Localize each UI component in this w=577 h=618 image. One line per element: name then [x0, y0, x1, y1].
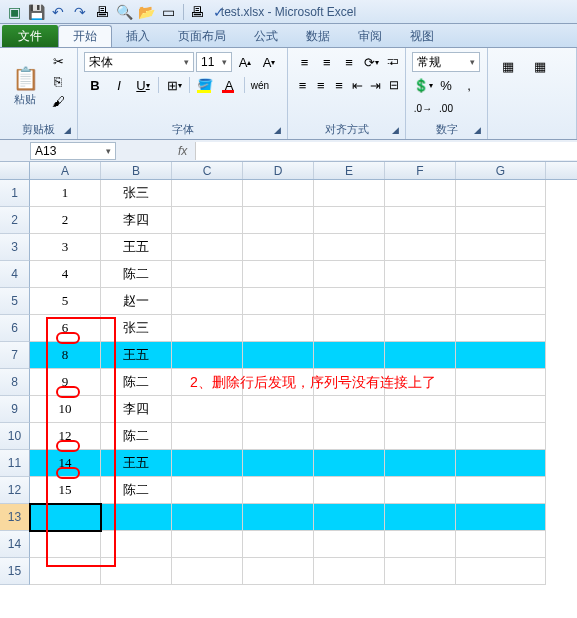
cell-G10[interactable] [456, 423, 546, 450]
tab-data[interactable]: 数据 [292, 25, 344, 47]
cell-G9[interactable] [456, 396, 546, 423]
row-header[interactable]: 7 [0, 342, 30, 369]
row-header[interactable]: 8 [0, 369, 30, 396]
row-header[interactable]: 5 [0, 288, 30, 315]
cell-G3[interactable] [456, 234, 546, 261]
increase-decimal-button[interactable]: .0→ [412, 98, 434, 118]
cell-F7[interactable] [385, 342, 456, 369]
wrap-text-button[interactable]: ⮒ [387, 52, 399, 72]
cell-C2[interactable] [172, 207, 243, 234]
phonetic-button[interactable]: wén [249, 75, 271, 95]
tab-page-layout[interactable]: 页面布局 [164, 25, 240, 47]
cell-C7[interactable] [172, 342, 243, 369]
number-launcher-icon[interactable]: ◢ [471, 125, 483, 137]
column-header-A[interactable]: A [30, 162, 101, 179]
cell-C5[interactable] [172, 288, 243, 315]
cell-B4[interactable]: 陈二 [101, 261, 172, 288]
bold-button[interactable]: B [84, 75, 106, 95]
cell-C15[interactable] [172, 558, 243, 585]
cell-A5[interactable]: 5 [30, 288, 101, 315]
cell-E10[interactable] [314, 423, 385, 450]
tab-view[interactable]: 视图 [396, 25, 448, 47]
tab-home[interactable]: 开始 [58, 25, 112, 47]
underline-button[interactable]: U▾ [132, 75, 154, 95]
cell-B14[interactable] [101, 531, 172, 558]
cell-D9[interactable] [243, 396, 314, 423]
cell-G7[interactable] [456, 342, 546, 369]
cell-B9[interactable]: 李四 [101, 396, 172, 423]
cell-F15[interactable] [385, 558, 456, 585]
cell-C14[interactable] [172, 531, 243, 558]
cell-A11[interactable]: 14 [30, 450, 101, 477]
row-header[interactable]: 2 [0, 207, 30, 234]
cell-C13[interactable] [172, 504, 243, 531]
grow-font-button[interactable]: A▴ [234, 52, 256, 72]
indent-inc-button[interactable]: ⇥ [367, 75, 384, 95]
column-header-F[interactable]: F [385, 162, 456, 179]
cell-E15[interactable] [314, 558, 385, 585]
align-middle-button[interactable]: ≡ [316, 52, 337, 72]
cell-F4[interactable] [385, 261, 456, 288]
cell-D15[interactable] [243, 558, 314, 585]
currency-button[interactable]: 💲▾ [412, 75, 434, 95]
cell-F6[interactable] [385, 315, 456, 342]
number-format-combo[interactable]: 常规▾ [412, 52, 480, 72]
cell-E3[interactable] [314, 234, 385, 261]
cell-E14[interactable] [314, 531, 385, 558]
cell-G1[interactable] [456, 180, 546, 207]
cell-A9[interactable]: 10 [30, 396, 101, 423]
cell-D11[interactable] [243, 450, 314, 477]
cell-G6[interactable] [456, 315, 546, 342]
row-header[interactable]: 6 [0, 315, 30, 342]
formula-input[interactable] [195, 142, 577, 160]
row-header[interactable]: 10 [0, 423, 30, 450]
cell-D1[interactable] [243, 180, 314, 207]
cell-A3[interactable]: 3 [30, 234, 101, 261]
redo-icon[interactable]: ↷ [70, 2, 90, 22]
cell-A1[interactable]: 1 [30, 180, 101, 207]
font-launcher-icon[interactable]: ◢ [271, 125, 283, 137]
column-header-G[interactable]: G [456, 162, 546, 179]
cell-B12[interactable]: 陈二 [101, 477, 172, 504]
cell-B15[interactable] [101, 558, 172, 585]
column-header-D[interactable]: D [243, 162, 314, 179]
cell-E5[interactable] [314, 288, 385, 315]
cell-G2[interactable] [456, 207, 546, 234]
select-all-corner[interactable] [0, 162, 30, 179]
undo-icon[interactable]: ↶ [48, 2, 68, 22]
cell-D14[interactable] [243, 531, 314, 558]
quickprint-icon[interactable]: 🖶 [187, 2, 207, 22]
column-header-C[interactable]: C [172, 162, 243, 179]
align-right-button[interactable]: ≡ [330, 75, 347, 95]
decrease-decimal-button[interactable]: .00 [435, 98, 457, 118]
comma-button[interactable]: , [458, 75, 480, 95]
cell-F3[interactable] [385, 234, 456, 261]
cell-E11[interactable] [314, 450, 385, 477]
cell-C4[interactable] [172, 261, 243, 288]
font-color-button[interactable]: A [218, 75, 240, 95]
cell-G11[interactable] [456, 450, 546, 477]
cell-F12[interactable] [385, 477, 456, 504]
percent-button[interactable]: % [435, 75, 457, 95]
cell-A4[interactable]: 4 [30, 261, 101, 288]
row-header[interactable]: 3 [0, 234, 30, 261]
cell-D12[interactable] [243, 477, 314, 504]
cell-G15[interactable] [456, 558, 546, 585]
cell-A12[interactable]: 15 [30, 477, 101, 504]
border-button[interactable]: ⊞▾ [163, 75, 185, 95]
name-box[interactable]: A13 ▾ [30, 142, 116, 160]
cell-C1[interactable] [172, 180, 243, 207]
align-center-button[interactable]: ≡ [312, 75, 329, 95]
cell-G8[interactable] [456, 369, 546, 396]
cell-D4[interactable] [243, 261, 314, 288]
cell-G12[interactable] [456, 477, 546, 504]
cell-A15[interactable] [30, 558, 101, 585]
row-header[interactable]: 15 [0, 558, 30, 585]
paste-button[interactable]: 📋 粘贴 [6, 52, 44, 110]
cell-B1[interactable]: 张三 [101, 180, 172, 207]
cell-A13[interactable] [30, 504, 101, 531]
format-painter-button[interactable]: 🖌 [48, 92, 68, 110]
cell-E13[interactable] [314, 504, 385, 531]
cell-D2[interactable] [243, 207, 314, 234]
cell-C12[interactable] [172, 477, 243, 504]
